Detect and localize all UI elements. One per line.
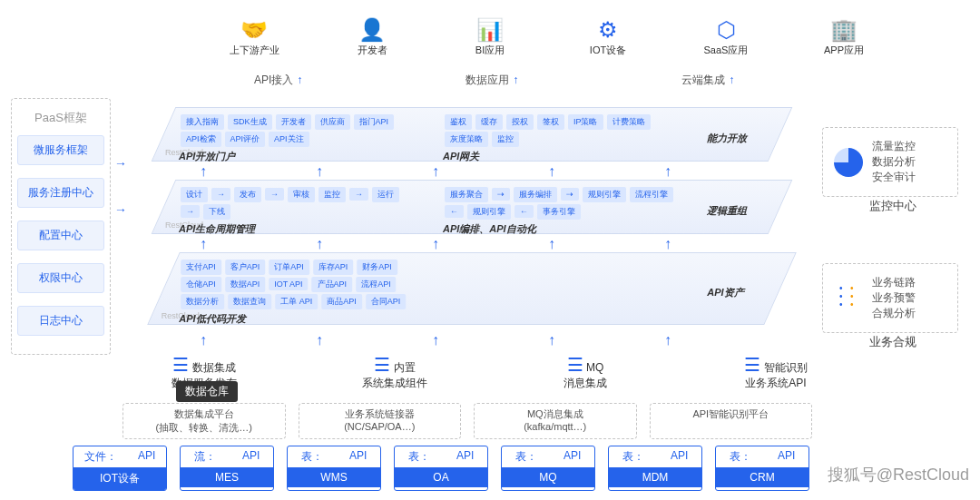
layer-tag: IP策略 <box>568 114 603 130</box>
source-box: 流：APIMES <box>180 446 274 491</box>
platform-box: MQ消息集成(kafka/mqtt…) <box>474 403 637 439</box>
top-consumer: 📊BI应用 <box>463 16 517 57</box>
service-block: ☰ 内置系统集成组件 <box>318 354 472 391</box>
source-type: 表： <box>730 449 751 465</box>
source-box: 表：APIOA <box>394 446 488 491</box>
layer-tag: 订单API <box>269 260 309 275</box>
layer-tag: 服务聚合 <box>445 187 488 202</box>
service-block: ☰ MQ消息集成 <box>508 354 662 391</box>
layer-3: RestCloud 支付API客户API订单API库存API财务API仓储API… <box>147 252 797 325</box>
flow-icon <box>834 284 863 313</box>
layer-tag: → <box>211 188 230 201</box>
stack-icon: ☰ <box>374 355 390 375</box>
layer-tag: 服务编排 <box>514 187 557 202</box>
layer-tag: ← <box>514 205 534 218</box>
layer-tag: 数据分析 <box>181 294 224 309</box>
layer-tag: 流程API <box>356 277 397 292</box>
service-line2: 业务系统API <box>745 377 806 389</box>
source-api: API <box>671 449 688 465</box>
source-box: 表：APIWMS <box>287 446 381 491</box>
source-api: API <box>242 449 260 465</box>
paas-item[interactable]: 日志中心 <box>17 306 104 336</box>
source-type: 表： <box>622 449 644 465</box>
platform-box: 数据集成平台(抽取、转换、清洗…) <box>122 403 286 439</box>
layer-tag: 鉴权 <box>445 114 472 130</box>
source-api: API <box>778 449 795 465</box>
sub-label: API接入 <box>254 73 302 88</box>
paas-item[interactable]: 微服务框架 <box>17 135 104 165</box>
layer-tag: 供应商 <box>315 114 350 130</box>
service-line2: 系统集成组件 <box>362 377 427 389</box>
paas-item[interactable]: 服务注册中心 <box>17 178 104 208</box>
data-warehouse-badge: 数据仓库 <box>176 381 238 402</box>
consumer-icon: ⬡ <box>699 16 753 44</box>
consumer-label: IOT设备 <box>581 44 635 57</box>
source-system: IOT设备 <box>74 467 166 490</box>
consumer-label: 开发者 <box>345 44 399 57</box>
consumer-label: 上下游产业 <box>227 44 281 57</box>
source-box: 表：APIMQ <box>501 446 595 491</box>
service-line1: MQ <box>586 361 603 374</box>
layer-tag: API检索 <box>181 132 221 147</box>
biz-panel: 业务链路业务预警合规分析 <box>822 263 958 333</box>
layer-tag: 监控 <box>318 187 346 202</box>
biz-line: 业务链路 <box>872 275 916 290</box>
layer-tag: 支付API <box>181 260 221 275</box>
consumer-label: APP应用 <box>817 44 871 57</box>
layer-tag: 库存API <box>313 260 354 275</box>
sub-label: 云端集成 <box>681 73 734 88</box>
source-api: API <box>564 449 581 465</box>
layer-tag: SDK生成 <box>228 114 272 130</box>
source-system: OA <box>395 467 487 487</box>
layer-tag: 客户API <box>225 260 266 275</box>
layer-tag: → <box>181 205 200 218</box>
layer-1: RestCloud 接入指南SDK生成开发者供应商指门APIAPI检索API评价… <box>152 107 793 162</box>
layer-tag: 指门API <box>354 114 395 130</box>
paas-title: PaaS框架 <box>17 110 104 126</box>
layer-tag: 财务API <box>357 260 397 275</box>
source-api: API <box>138 449 155 465</box>
consumer-icon: 👤 <box>345 16 399 44</box>
layer-tag: 运行 <box>372 187 399 202</box>
layer-tag: 开发者 <box>276 114 311 130</box>
layer-tag: 签权 <box>537 114 564 130</box>
layer-side-label: 逻辑重组 <box>707 204 761 218</box>
layer-tag: 仓储API <box>181 277 221 292</box>
consumer-label: SaaS应用 <box>699 44 753 57</box>
monitor-title: 监控中心 <box>869 198 916 214</box>
service-line1: 数据集成 <box>192 361 236 374</box>
layer-tag: 设计 <box>181 187 208 202</box>
layer-tag: 合同API <box>366 294 407 309</box>
layer-tag: 事务引擎 <box>537 204 581 220</box>
stack-icon: ☰ <box>172 355 189 375</box>
source-type: 表： <box>515 449 537 465</box>
monitor-panel: 流量监控数据分析安全审计 <box>822 127 958 197</box>
service-line1: 智能识别 <box>764 361 808 374</box>
top-consumer: 🏢APP应用 <box>817 16 871 57</box>
consumer-icon: 🏢 <box>817 16 871 44</box>
source-system: WMS <box>288 467 380 487</box>
top-consumer: ⬡SaaS应用 <box>699 16 753 57</box>
layer-tag: ⇢ <box>561 188 579 201</box>
layer-tag: 接入指南 <box>181 114 224 130</box>
source-system: CRM <box>716 467 808 487</box>
layer-title: API网关 <box>443 150 680 163</box>
layer-tag: 授权 <box>506 114 534 130</box>
consumer-icon: ⚙ <box>581 16 635 44</box>
monitor-line: 数据分析 <box>872 154 916 170</box>
arrow-out-icon: → <box>114 156 127 171</box>
service-block: ☰ 智能识别业务系统API <box>699 354 853 391</box>
layer-title: API编排、API自动化 <box>443 222 680 236</box>
layer-tag: 审核 <box>288 187 315 202</box>
paas-item[interactable]: 配置中心 <box>17 221 104 250</box>
source-box: 文件：APIIOT设备 <box>73 446 167 491</box>
layer-tag: 数据API <box>225 277 266 292</box>
layer-tag: 监控 <box>492 132 519 147</box>
layer-tag: 产品API <box>312 277 353 292</box>
layer-tag: 灰度策略 <box>445 132 488 147</box>
paas-item[interactable]: 权限中心 <box>17 263 104 293</box>
layer-side-label: 能力开放 <box>707 132 761 145</box>
top-consumer: ⚙IOT设备 <box>581 16 635 57</box>
source-system: MDM <box>609 467 701 487</box>
consumer-icon: 📊 <box>463 16 517 44</box>
